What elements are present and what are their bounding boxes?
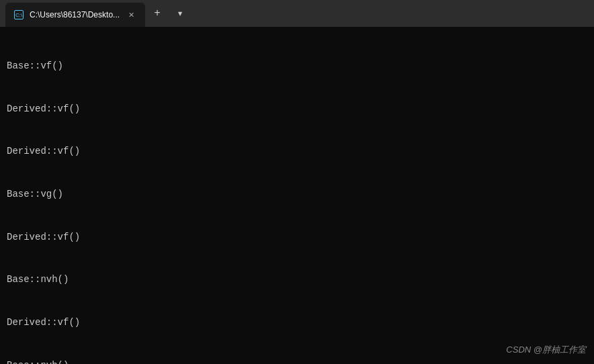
- output-line-7: Derived::vf(): [7, 316, 587, 330]
- tab-close-button[interactable]: ✕: [125, 9, 137, 21]
- terminal-output: Base::vf() Derived::vf() Derived::vf() B…: [7, 31, 587, 364]
- titlebar: C:\ C:\Users\86137\Deskto... ✕ + ▾: [0, 0, 594, 27]
- output-line-8: Base::nvh(): [7, 359, 587, 364]
- terminal-window: Base::vf() Derived::vf() Derived::vf() B…: [0, 27, 594, 364]
- new-tab-button[interactable]: +: [146, 3, 168, 24]
- terminal-tab[interactable]: C:\ C:\Users\86137\Deskto... ✕: [5, 3, 145, 27]
- dropdown-button[interactable]: ▾: [169, 3, 191, 24]
- output-line-2: Derived::vf(): [7, 102, 587, 117]
- output-line-4: Base::vg(): [7, 187, 587, 202]
- output-line-6: Base::nvh(): [7, 273, 587, 287]
- watermark: CSDN @胖柚工作室: [506, 344, 586, 356]
- tab-title: C:\Users\86137\Deskto...: [30, 10, 120, 19]
- output-line-3: Derived::vf(): [7, 144, 587, 159]
- output-line-5: Derived::vf(): [7, 230, 587, 245]
- output-line-1: Base::vf(): [7, 59, 587, 74]
- terminal-icon: C:\: [13, 9, 24, 20]
